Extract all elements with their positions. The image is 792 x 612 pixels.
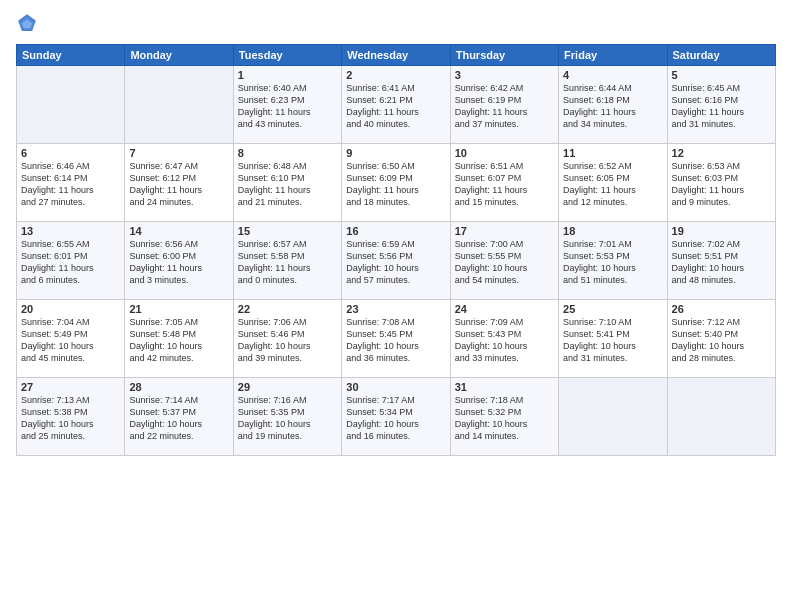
cell-text: Sunrise: 7:02 AMSunset: 5:51 PMDaylight:… (672, 238, 771, 287)
week-row-2: 6Sunrise: 6:46 AMSunset: 6:14 PMDaylight… (17, 144, 776, 222)
calendar-cell: 17Sunrise: 7:00 AMSunset: 5:55 PMDayligh… (450, 222, 558, 300)
day-number: 27 (21, 381, 120, 393)
cell-text: Sunrise: 7:18 AMSunset: 5:32 PMDaylight:… (455, 394, 554, 443)
day-number: 18 (563, 225, 662, 237)
weekday-header-sunday: Sunday (17, 45, 125, 66)
cell-text: Sunrise: 7:16 AMSunset: 5:35 PMDaylight:… (238, 394, 337, 443)
day-number: 19 (672, 225, 771, 237)
cell-text: Sunrise: 7:09 AMSunset: 5:43 PMDaylight:… (455, 316, 554, 365)
day-number: 28 (129, 381, 228, 393)
cell-text: Sunrise: 7:06 AMSunset: 5:46 PMDaylight:… (238, 316, 337, 365)
cell-text: Sunrise: 7:17 AMSunset: 5:34 PMDaylight:… (346, 394, 445, 443)
day-number: 26 (672, 303, 771, 315)
cell-text: Sunrise: 6:44 AMSunset: 6:18 PMDaylight:… (563, 82, 662, 131)
cell-text: Sunrise: 6:55 AMSunset: 6:01 PMDaylight:… (21, 238, 120, 287)
day-number: 25 (563, 303, 662, 315)
calendar-cell: 20Sunrise: 7:04 AMSunset: 5:49 PMDayligh… (17, 300, 125, 378)
calendar-cell (559, 378, 667, 456)
day-number: 20 (21, 303, 120, 315)
day-number: 6 (21, 147, 120, 159)
weekday-header-friday: Friday (559, 45, 667, 66)
logo (16, 12, 42, 34)
cell-text: Sunrise: 6:59 AMSunset: 5:56 PMDaylight:… (346, 238, 445, 287)
cell-text: Sunrise: 6:56 AMSunset: 6:00 PMDaylight:… (129, 238, 228, 287)
cell-text: Sunrise: 7:08 AMSunset: 5:45 PMDaylight:… (346, 316, 445, 365)
calendar-cell: 19Sunrise: 7:02 AMSunset: 5:51 PMDayligh… (667, 222, 775, 300)
calendar-cell (125, 66, 233, 144)
cell-text: Sunrise: 7:13 AMSunset: 5:38 PMDaylight:… (21, 394, 120, 443)
day-number: 12 (672, 147, 771, 159)
cell-text: Sunrise: 7:01 AMSunset: 5:53 PMDaylight:… (563, 238, 662, 287)
calendar-cell (667, 378, 775, 456)
weekday-header-monday: Monday (125, 45, 233, 66)
cell-text: Sunrise: 6:47 AMSunset: 6:12 PMDaylight:… (129, 160, 228, 209)
calendar-cell: 16Sunrise: 6:59 AMSunset: 5:56 PMDayligh… (342, 222, 450, 300)
day-number: 24 (455, 303, 554, 315)
calendar-cell (17, 66, 125, 144)
calendar-cell: 7Sunrise: 6:47 AMSunset: 6:12 PMDaylight… (125, 144, 233, 222)
day-number: 17 (455, 225, 554, 237)
cell-text: Sunrise: 7:14 AMSunset: 5:37 PMDaylight:… (129, 394, 228, 443)
calendar-cell: 1Sunrise: 6:40 AMSunset: 6:23 PMDaylight… (233, 66, 341, 144)
weekday-header-tuesday: Tuesday (233, 45, 341, 66)
calendar-cell: 27Sunrise: 7:13 AMSunset: 5:38 PMDayligh… (17, 378, 125, 456)
cell-text: Sunrise: 6:41 AMSunset: 6:21 PMDaylight:… (346, 82, 445, 131)
cell-text: Sunrise: 6:57 AMSunset: 5:58 PMDaylight:… (238, 238, 337, 287)
calendar-cell: 6Sunrise: 6:46 AMSunset: 6:14 PMDaylight… (17, 144, 125, 222)
calendar-cell: 24Sunrise: 7:09 AMSunset: 5:43 PMDayligh… (450, 300, 558, 378)
week-row-4: 20Sunrise: 7:04 AMSunset: 5:49 PMDayligh… (17, 300, 776, 378)
calendar-cell: 5Sunrise: 6:45 AMSunset: 6:16 PMDaylight… (667, 66, 775, 144)
calendar-cell: 26Sunrise: 7:12 AMSunset: 5:40 PMDayligh… (667, 300, 775, 378)
cell-text: Sunrise: 6:42 AMSunset: 6:19 PMDaylight:… (455, 82, 554, 131)
calendar-cell: 4Sunrise: 6:44 AMSunset: 6:18 PMDaylight… (559, 66, 667, 144)
cell-text: Sunrise: 6:53 AMSunset: 6:03 PMDaylight:… (672, 160, 771, 209)
cell-text: Sunrise: 7:04 AMSunset: 5:49 PMDaylight:… (21, 316, 120, 365)
calendar-cell: 12Sunrise: 6:53 AMSunset: 6:03 PMDayligh… (667, 144, 775, 222)
cell-text: Sunrise: 7:12 AMSunset: 5:40 PMDaylight:… (672, 316, 771, 365)
calendar-cell: 25Sunrise: 7:10 AMSunset: 5:41 PMDayligh… (559, 300, 667, 378)
day-number: 11 (563, 147, 662, 159)
day-number: 21 (129, 303, 228, 315)
day-number: 30 (346, 381, 445, 393)
day-number: 23 (346, 303, 445, 315)
calendar-cell: 28Sunrise: 7:14 AMSunset: 5:37 PMDayligh… (125, 378, 233, 456)
cell-text: Sunrise: 6:45 AMSunset: 6:16 PMDaylight:… (672, 82, 771, 131)
week-row-3: 13Sunrise: 6:55 AMSunset: 6:01 PMDayligh… (17, 222, 776, 300)
day-number: 15 (238, 225, 337, 237)
day-number: 31 (455, 381, 554, 393)
calendar-cell: 10Sunrise: 6:51 AMSunset: 6:07 PMDayligh… (450, 144, 558, 222)
calendar-cell: 3Sunrise: 6:42 AMSunset: 6:19 PMDaylight… (450, 66, 558, 144)
day-number: 7 (129, 147, 228, 159)
calendar-cell: 8Sunrise: 6:48 AMSunset: 6:10 PMDaylight… (233, 144, 341, 222)
day-number: 29 (238, 381, 337, 393)
week-row-5: 27Sunrise: 7:13 AMSunset: 5:38 PMDayligh… (17, 378, 776, 456)
calendar-cell: 21Sunrise: 7:05 AMSunset: 5:48 PMDayligh… (125, 300, 233, 378)
day-number: 8 (238, 147, 337, 159)
cell-text: Sunrise: 6:51 AMSunset: 6:07 PMDaylight:… (455, 160, 554, 209)
calendar-cell: 9Sunrise: 6:50 AMSunset: 6:09 PMDaylight… (342, 144, 450, 222)
calendar: SundayMondayTuesdayWednesdayThursdayFrid… (16, 44, 776, 456)
calendar-cell: 14Sunrise: 6:56 AMSunset: 6:00 PMDayligh… (125, 222, 233, 300)
day-number: 14 (129, 225, 228, 237)
weekday-header-wednesday: Wednesday (342, 45, 450, 66)
day-number: 10 (455, 147, 554, 159)
day-number: 5 (672, 69, 771, 81)
day-number: 1 (238, 69, 337, 81)
weekday-header-row: SundayMondayTuesdayWednesdayThursdayFrid… (17, 45, 776, 66)
cell-text: Sunrise: 7:10 AMSunset: 5:41 PMDaylight:… (563, 316, 662, 365)
day-number: 3 (455, 69, 554, 81)
cell-text: Sunrise: 6:50 AMSunset: 6:09 PMDaylight:… (346, 160, 445, 209)
week-row-1: 1Sunrise: 6:40 AMSunset: 6:23 PMDaylight… (17, 66, 776, 144)
day-number: 16 (346, 225, 445, 237)
day-number: 4 (563, 69, 662, 81)
header (16, 12, 776, 34)
cell-text: Sunrise: 6:40 AMSunset: 6:23 PMDaylight:… (238, 82, 337, 131)
cell-text: Sunrise: 6:46 AMSunset: 6:14 PMDaylight:… (21, 160, 120, 209)
calendar-cell: 11Sunrise: 6:52 AMSunset: 6:05 PMDayligh… (559, 144, 667, 222)
cell-text: Sunrise: 6:48 AMSunset: 6:10 PMDaylight:… (238, 160, 337, 209)
calendar-cell: 13Sunrise: 6:55 AMSunset: 6:01 PMDayligh… (17, 222, 125, 300)
day-number: 2 (346, 69, 445, 81)
calendar-cell: 30Sunrise: 7:17 AMSunset: 5:34 PMDayligh… (342, 378, 450, 456)
calendar-cell: 18Sunrise: 7:01 AMSunset: 5:53 PMDayligh… (559, 222, 667, 300)
day-number: 22 (238, 303, 337, 315)
